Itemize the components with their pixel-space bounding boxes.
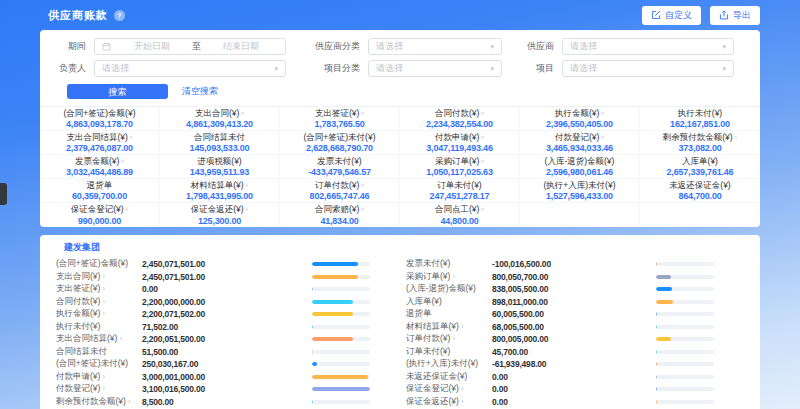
- detail-row-bar: [656, 275, 714, 279]
- summary-cell[interactable]: 采购订单(¥)›1,050,117,025.63: [400, 155, 520, 179]
- detail-row-bar: [312, 400, 370, 404]
- detail-row-label[interactable]: 材料结算单(¥)›: [406, 321, 492, 333]
- customize-button[interactable]: 自定义: [642, 6, 701, 25]
- summary-cell[interactable]: 支出签证(¥)›1,783,765.50: [280, 107, 400, 131]
- detail-row-label[interactable]: 执行金额(¥)›: [56, 308, 142, 320]
- summary-cell-label: 付款申请(¥)›: [435, 132, 484, 143]
- clear-search-link[interactable]: 清空搜索: [182, 85, 218, 98]
- detail-row-label[interactable]: 订单付款(¥)›: [406, 333, 492, 345]
- summary-cell-label: 发票金额(¥)›: [75, 156, 124, 167]
- summary-cell[interactable]: 合同点工(¥)›44,800.00: [400, 203, 520, 227]
- filter-actions: 搜索 清空搜索: [54, 82, 746, 106]
- summary-cell: (合同+签证)金额(¥)4,863,093,178.70: [40, 107, 160, 131]
- summary-cell[interactable]: 执行金额(¥)›2,396,550,405.00: [520, 107, 640, 131]
- summary-cell[interactable]: 付款登记(¥)›3,465,934,033.46: [520, 131, 640, 155]
- detail-row-label: 入库单(¥): [406, 296, 492, 308]
- summary-cell-value: 1,798,431,995.00: [186, 191, 253, 201]
- summary-cell-value: 60,359,700.00: [72, 191, 127, 201]
- chevron-down-icon: ▾: [722, 65, 726, 73]
- summary-cell-label: 退货单: [87, 180, 113, 190]
- summary-grid: (合同+签证)金额(¥)4,863,093,178.70支出合同(¥)›4,86…: [40, 106, 760, 227]
- detail-row-label[interactable]: 合同付款(¥)›: [56, 296, 142, 308]
- detail-row-label: (入库-退货)金额(¥): [406, 283, 492, 295]
- detail-row-label[interactable]: 保证金登记(¥)›: [406, 383, 492, 395]
- supplier-category-select[interactable]: 请选择 ▾: [368, 38, 502, 55]
- group-name-link[interactable]: 建发集团: [40, 235, 760, 258]
- summary-cell[interactable]: 保证金返还(¥)›125,300.00: [160, 203, 280, 227]
- filter-and-summary-card: 期间 开始日期 至 结束日期 供应商分类 请选择 ▾ 供应商 请选择 ▾: [40, 30, 760, 227]
- chevron-right-icon: ›: [102, 309, 105, 318]
- summary-cell-label: 采购订单(¥)›: [435, 156, 484, 167]
- detail-row-label[interactable]: 保证金返还(¥)›: [406, 396, 492, 408]
- detail-row: 材料结算单(¥)›68,005,500.00: [406, 321, 714, 334]
- chevron-right-icon: ›: [452, 334, 455, 343]
- detail-row-value: 2,200,000,000.00: [142, 297, 312, 307]
- collapsed-drawer-handle[interactable]: [0, 183, 7, 205]
- summary-cell[interactable]: 合同索赔(¥)›41,834.00: [280, 203, 400, 227]
- chevron-right-icon: ›: [461, 384, 464, 393]
- detail-row: 付款申请(¥)›3,000,001,000.00: [56, 371, 370, 384]
- summary-cell-value: 2,234,382,554.00: [426, 119, 493, 129]
- detail-row-label[interactable]: 支出合同(¥)›: [56, 271, 142, 283]
- detail-row-value: 250,030,167.00: [142, 359, 312, 369]
- group-detail-card: 建发集团 (合同+签证)金额(¥)2,450,071,501.00支出合同(¥)…: [40, 235, 760, 409]
- detail-row: 订单未付(¥)45,700.00: [406, 346, 714, 359]
- detail-row-label: 合同结算未付: [56, 346, 142, 358]
- summary-cell[interactable]: 订单付款(¥)›802,665,747.46: [280, 179, 400, 203]
- summary-cell[interactable]: 材料结算单(¥)›1,798,431,995.00: [160, 179, 280, 203]
- detail-row-label[interactable]: 剩余预付款金额(¥)›: [56, 396, 142, 408]
- summary-cell[interactable]: 发票金额(¥)›3,032,454,486.89: [40, 155, 160, 179]
- detail-row: 执行金额(¥)›2,200,071,502.00: [56, 308, 370, 321]
- project-select[interactable]: 请选择 ▾: [562, 60, 734, 77]
- summary-cell[interactable]: 剩余预付款金额(¥)›373,082.00: [640, 131, 760, 155]
- summary-cell-label: 发票未付(¥): [317, 156, 361, 166]
- detail-row: 发票未付(¥)-100,016,500.00: [406, 258, 714, 271]
- summary-cell[interactable]: 合同付款(¥)›2,234,382,554.00: [400, 107, 520, 131]
- detail-row-value: 0.00: [492, 397, 656, 407]
- project-category-select[interactable]: 请选择 ▾: [368, 60, 502, 77]
- project-category-label: 项目分类: [286, 62, 368, 75]
- summary-cell-label: (合同+签证)未付(¥): [303, 132, 375, 142]
- detail-row-label[interactable]: 采购订单(¥)›: [406, 271, 492, 283]
- detail-row-bar: [656, 375, 714, 379]
- detail-row-label[interactable]: 付款申请(¥)›: [56, 371, 142, 383]
- detail-row-label: 发票未付(¥): [406, 258, 492, 270]
- summary-cell-label: 保证金登记(¥)›: [71, 204, 129, 215]
- detail-row-bar: [656, 325, 714, 329]
- detail-row-bar: [312, 300, 370, 304]
- detail-row-value: 3,000,001,000.00: [142, 372, 312, 382]
- detail-row-label[interactable]: 支出合同结算(¥)›: [56, 333, 142, 345]
- date-range-input[interactable]: 开始日期 至 结束日期: [94, 38, 286, 55]
- summary-cell[interactable]: 支出合同结算(¥)›2,379,476,087.00: [40, 131, 160, 155]
- summary-cell-value: 3,032,454,486.89: [66, 167, 133, 177]
- detail-row-value: 838,005,500.00: [492, 284, 656, 294]
- owner-select[interactable]: 请选择 ▾: [94, 60, 286, 77]
- detail-row-bar: [656, 262, 714, 266]
- detail-row-label: 未返还保证金(¥): [406, 371, 492, 383]
- detail-row-label[interactable]: 支出签证(¥)›: [56, 283, 142, 295]
- export-button[interactable]: 导出: [710, 6, 760, 25]
- summary-cell[interactable]: 付款申请(¥)›3,047,119,493.46: [400, 131, 520, 155]
- supplier-select[interactable]: 请选择 ▾: [562, 38, 734, 55]
- search-button[interactable]: 搜索: [67, 84, 168, 99]
- summary-cell-label: 进项税额(¥): [197, 156, 241, 166]
- summary-cell-label: 合同结算未付: [194, 132, 245, 142]
- summary-cell-value: 802,665,747.46: [310, 191, 370, 201]
- summary-cell-label: 执行未付(¥): [678, 108, 722, 118]
- summary-cell: (合同+签证)未付(¥)2,628,668,790.70: [280, 131, 400, 155]
- summary-cell: 执行未付(¥)162,167,851.00: [640, 107, 760, 131]
- filter-panel: 期间 开始日期 至 结束日期 供应商分类 请选择 ▾ 供应商 请选择 ▾: [40, 30, 760, 106]
- help-icon[interactable]: ?: [114, 10, 125, 21]
- chevron-right-icon: ›: [128, 397, 131, 406]
- summary-cell[interactable]: 支出合同(¥)›4,861,309,413.20: [160, 107, 280, 131]
- summary-cell-label: 未返还保证金(¥): [669, 180, 730, 190]
- date-to-label: 至: [189, 40, 204, 53]
- chevron-right-icon: ›: [361, 205, 364, 214]
- chevron-right-icon: ›: [102, 284, 105, 293]
- detail-row: (合同+签证)金额(¥)2,450,071,501.00: [56, 258, 370, 271]
- summary-cell-value: 2,396,550,405.00: [546, 119, 613, 129]
- summary-cell[interactable]: 保证金登记(¥)›990,000.00: [40, 203, 160, 227]
- detail-row-label[interactable]: 付款登记(¥)›: [56, 383, 142, 395]
- detail-row-bar: [312, 262, 370, 266]
- detail-row-bar: [312, 325, 370, 329]
